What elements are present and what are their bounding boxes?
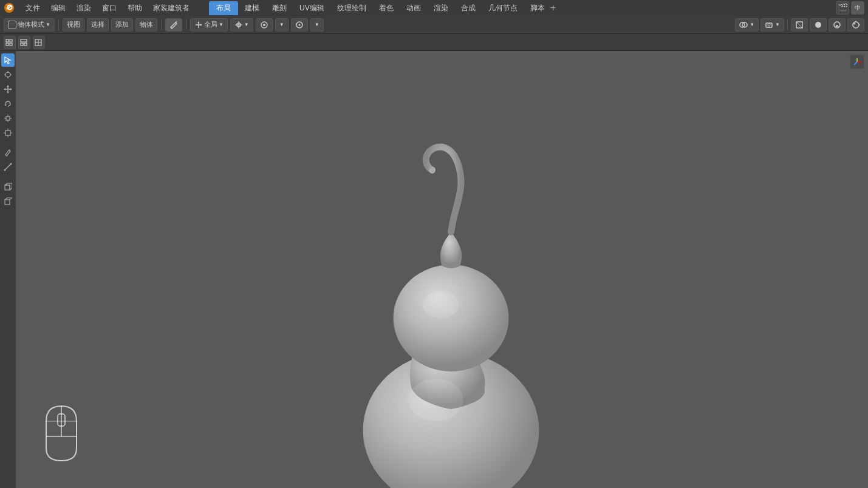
mouse-indicator: [34, 397, 89, 470]
tab-render[interactable]: 渲染: [428, 2, 454, 15]
tab-texture-paint[interactable]: 纹理绘制: [331, 2, 372, 15]
menu-plugin[interactable]: 家装建筑者: [148, 2, 194, 15]
view-menu-btn[interactable]: 视图: [63, 18, 84, 32]
top-sphere-main: [394, 265, 509, 371]
transform-tool-btn[interactable]: [1, 126, 15, 140]
viewport-controls: [850, 55, 864, 69]
proportional-dropdown[interactable]: ▼: [310, 18, 324, 32]
select-tool-btn[interactable]: [1, 53, 15, 67]
svg-point-12: [263, 24, 265, 26]
svg-line-3: [176, 21, 177, 22]
sep-3: [186, 19, 186, 30]
rotate-icon: [4, 100, 12, 108]
snap-icons-btn1[interactable]: [4, 36, 16, 49]
pivot-icon: [234, 21, 243, 29]
overlay-arrow: ▼: [750, 22, 754, 27]
svg-rect-30: [10, 43, 12, 46]
measure-tool-btn[interactable]: [1, 160, 15, 174]
3d-viewport[interactable]: [16, 51, 868, 488]
object-menu-btn[interactable]: 物体: [135, 18, 157, 32]
rotate-tool-btn[interactable]: [1, 97, 15, 110]
move-icon: [4, 85, 12, 93]
svg-marker-49: [4, 104, 7, 106]
transform-orientation-dropdown[interactable]: 全局 ▼: [190, 18, 228, 32]
solid-icon: [814, 21, 822, 29]
global-label: 全局: [204, 20, 217, 29]
sep-2: [161, 19, 162, 30]
add-mesh-btn[interactable]: [1, 194, 15, 208]
scale-tool-btn[interactable]: [1, 112, 15, 125]
add-menu-btn[interactable]: 添加: [111, 18, 133, 32]
wireframe-shading-btn[interactable]: [791, 18, 808, 32]
tab-animation[interactable]: 动画: [400, 2, 427, 15]
blender-logo-icon: [4, 2, 15, 13]
gizmo-icon: [852, 57, 862, 67]
tab-sculpt[interactable]: 雕刻: [266, 2, 293, 15]
bottom-sphere-highlight2: [409, 379, 463, 421]
pivot-point-dropdown[interactable]: ▼: [230, 18, 253, 32]
svg-rect-66: [5, 200, 10, 205]
svg-point-24: [854, 22, 856, 24]
svg-rect-33: [24, 43, 27, 46]
viewport-overlay-btn[interactable]: ▼: [735, 18, 759, 32]
scene-icon[interactable]: 🎬: [836, 1, 849, 15]
overlay-circles-icon: [739, 21, 748, 29]
annotate-icon: [4, 148, 12, 157]
tab-compositing[interactable]: 合成: [455, 2, 482, 15]
top-sphere-highlight: [423, 291, 459, 318]
scale-icon: [4, 114, 12, 123]
cursor-tool-btn[interactable]: [1, 68, 15, 81]
object-mode-icon: [8, 21, 16, 29]
menu-edit[interactable]: 编辑: [46, 2, 70, 15]
transform-btn[interactable]: [165, 18, 182, 32]
svg-line-20: [796, 22, 802, 28]
tab-uv-edit[interactable]: UV编辑: [293, 2, 330, 15]
svg-rect-55: [5, 130, 10, 135]
tab-geometry-nodes[interactable]: 几何节点: [482, 2, 524, 15]
material-shading-btn[interactable]: [829, 18, 846, 32]
svg-rect-28: [10, 39, 12, 42]
svg-marker-48: [10, 88, 12, 90]
app-logo: [4, 2, 15, 13]
top-right-icons: 🎬 中: [836, 1, 864, 15]
svg-point-18: [768, 24, 770, 26]
svg-marker-47: [4, 88, 5, 90]
menu-render-top[interactable]: 渲染: [72, 2, 96, 15]
snap-icon: [260, 21, 268, 29]
xray-btn[interactable]: ▼: [760, 18, 784, 32]
add-workspace-btn[interactable]: +: [552, 2, 555, 13]
menu-window[interactable]: 窗口: [97, 2, 121, 15]
tab-scripting[interactable]: 脚本: [524, 2, 551, 15]
svg-point-14: [298, 24, 300, 25]
snap-dropdown[interactable]: ▼: [275, 18, 289, 32]
tab-modeling[interactable]: 建模: [239, 2, 265, 15]
move-tool-btn[interactable]: [1, 83, 15, 96]
menu-file[interactable]: 文件: [21, 2, 45, 15]
tab-shading[interactable]: 着色: [373, 2, 400, 15]
prop-down-arrow: ▼: [315, 22, 320, 27]
measure-icon: [4, 163, 12, 171]
tab-layout[interactable]: 布局: [209, 1, 238, 15]
render-engine-icon[interactable]: 中: [851, 1, 864, 15]
svg-line-75: [854, 62, 857, 65]
svg-rect-50: [6, 117, 10, 120]
annotate-tool-btn[interactable]: [1, 146, 15, 159]
svg-rect-29: [6, 43, 9, 46]
rendered-shading-btn[interactable]: [847, 18, 864, 32]
svg-point-21: [815, 22, 821, 28]
select-cursor-icon: [4, 56, 12, 64]
xray-arrow: ▼: [775, 22, 780, 27]
object-mode-dropdown[interactable]: 物体模式 ▼: [4, 18, 55, 32]
snap-icons-btn3[interactable]: [33, 36, 45, 49]
solid-shading-btn[interactable]: [810, 18, 827, 32]
proportional-btn[interactable]: [291, 18, 308, 32]
menu-help[interactable]: 帮助: [123, 2, 147, 15]
add-cube-btn[interactable]: [1, 180, 15, 193]
snap-btn[interactable]: [256, 18, 273, 32]
select-menu-btn[interactable]: 选择: [87, 18, 109, 32]
material-icon: [833, 21, 841, 29]
viewport-gizmo-btn[interactable]: [850, 55, 864, 69]
snap-icons-btn2[interactable]: [18, 36, 30, 49]
svg-marker-46: [7, 92, 9, 93]
xray-icon: [765, 21, 773, 29]
